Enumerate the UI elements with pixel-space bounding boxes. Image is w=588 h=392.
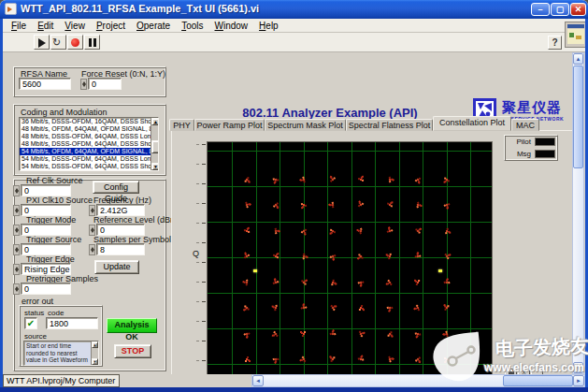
- force-reset-stepper[interactable]: [80, 79, 87, 90]
- y-axis-tick-label: [196, 223, 199, 224]
- listbox-scroll-down-icon[interactable]: ▼: [151, 163, 159, 170]
- constellation-cluster: [246, 358, 248, 360]
- stop-button[interactable]: STOP: [114, 344, 151, 358]
- menu-item-project[interactable]: Project: [91, 20, 131, 32]
- y-axis-tick: [202, 242, 206, 243]
- vertical-scroll-thumb[interactable]: [573, 65, 583, 168]
- trigger-edge-stepper[interactable]: [13, 264, 20, 275]
- menu-item-tools[interactable]: Tools: [176, 20, 208, 32]
- menu-item-edit[interactable]: Edit: [32, 20, 59, 32]
- scroll-left-icon[interactable]: ◄: [252, 375, 264, 386]
- error-source-scrollbar[interactable]: ▲ ▼: [91, 341, 98, 365]
- run-continuous-button[interactable]: ↻: [50, 35, 66, 50]
- list-item[interactable]: 48 Mbit/s, DSSS-OFDM, 64QAM, DSSS Long, …: [20, 133, 151, 140]
- y-axis-tick-label: [196, 183, 199, 184]
- tab-mac[interactable]: MAC: [511, 119, 539, 131]
- error-code-field[interactable]: 1800: [46, 317, 98, 329]
- trigger-source-stepper[interactable]: [13, 244, 20, 255]
- run-button[interactable]: [34, 35, 50, 50]
- abort-icon: [71, 38, 79, 47]
- abort-button[interactable]: [67, 35, 83, 50]
- config-guide-button[interactable]: Config Guide: [93, 181, 139, 194]
- force-reset-field[interactable]: 0: [88, 78, 122, 90]
- coding-modulation-listbox[interactable]: 36 Mbit/s, DSSS-OFDM, 16QAM, DSSS Short,…: [19, 117, 159, 171]
- tab-phy[interactable]: PHY: [169, 119, 194, 131]
- maximize-button[interactable]: ▢: [551, 3, 569, 16]
- constellation-cluster: [246, 281, 249, 283]
- window-border-bottom: [0, 387, 588, 392]
- constellation-cluster: [417, 230, 420, 233]
- title-bar[interactable]: WTT_API_802.11_RFSA Example_Txt UI (5661…: [0, 0, 588, 19]
- gridline-vertical: [470, 142, 471, 392]
- constellation-cluster: [274, 281, 277, 283]
- constellation-cluster: [274, 332, 277, 335]
- vertical-scrollbar[interactable]: ▲ ▼: [572, 52, 584, 374]
- close-button[interactable]: ✕: [570, 3, 586, 16]
- listbox-scrollbar[interactable]: ▲ ▼: [151, 118, 159, 170]
- toolbar: ↻ ?: [3, 33, 585, 52]
- scroll-right-icon[interactable]: ►: [573, 375, 584, 386]
- legend-pilot-swatch[interactable]: [535, 138, 555, 146]
- tab-spectrum-mask-plot[interactable]: Spectrum Mask Plot: [265, 119, 346, 131]
- constellation-cluster: [417, 358, 420, 361]
- gridline-vertical: [399, 142, 400, 392]
- constellation-cluster: [274, 307, 276, 309]
- constellation-cluster: [303, 333, 305, 335]
- window-border-left: [0, 19, 3, 388]
- update-button[interactable]: Update: [94, 260, 139, 274]
- front-panel: 802.11 Analyzer Example (API) 聚星仪器 VI SE…: [3, 52, 574, 374]
- list-item[interactable]: 36 Mbit/s, DSSS-OFDM, 16QAM, DSSS Short,…: [20, 118, 151, 125]
- constellation-cluster: [360, 307, 362, 309]
- y-axis-tick: [202, 223, 206, 224]
- ref-clk-source-stepper[interactable]: [13, 185, 20, 196]
- error-source-field[interactable]: Start or end time rounded to nearest val…: [23, 341, 99, 366]
- pause-icon: [89, 38, 92, 47]
- menu-item-operate[interactable]: Operate: [131, 20, 176, 32]
- menu-item-view[interactable]: View: [59, 20, 91, 32]
- list-item[interactable]: 48 Mbit/s, DSSS-OFDM, 64QAM, DSSS Short,…: [20, 140, 151, 148]
- constellation-cluster: [360, 332, 363, 335]
- pretrigger-samples-stepper[interactable]: [13, 283, 20, 295]
- constellation-cluster: [331, 179, 334, 181]
- scroll-down-icon[interactable]: ▼: [573, 362, 583, 373]
- tab-spectral-flatness-plot[interactable]: Spectral Flatness Plot: [346, 119, 433, 131]
- constellation-cluster: [246, 332, 249, 335]
- context-help-icon[interactable]: [565, 22, 587, 48]
- pause-button[interactable]: [84, 35, 100, 50]
- menu-item-window[interactable]: Window: [209, 20, 254, 32]
- list-item[interactable]: 54 Mbit/s, OFDM, 64QAM, OFDM SIGNAL, 802…: [20, 148, 151, 155]
- y-axis-label: Q: [193, 249, 199, 258]
- menu-item-file[interactable]: File: [6, 20, 32, 32]
- constellation-cluster: [246, 179, 248, 181]
- list-item[interactable]: 54 Mbit/s, DSSS-OFDM, 64QAM, DSSS Long, …: [20, 155, 151, 163]
- pxi-clk10-source-stepper[interactable]: [13, 205, 20, 216]
- execution-target[interactable]: WTT API.lvproj/My Computer: [3, 374, 120, 387]
- help-button[interactable]: ?: [548, 36, 562, 50]
- constellation-cluster: [331, 307, 334, 310]
- y-axis-tick-label: [196, 262, 199, 263]
- list-item[interactable]: 48 Mbit/s, OFDM, 64QAM, OFDM SIGNAL, 802…: [20, 125, 151, 133]
- pretrigger-samples-field[interactable]: 0: [21, 283, 71, 295]
- samples-per-symbol-field[interactable]: 8: [96, 243, 145, 255]
- samples-per-symbol-stepper[interactable]: [89, 244, 95, 255]
- constellation-cluster: [360, 230, 363, 233]
- listbox-scroll-up-icon[interactable]: ▲: [151, 118, 159, 125]
- analysis-ok-button[interactable]: Analysis OK: [107, 318, 157, 333]
- y-axis-tick: [202, 282, 206, 283]
- error-status-indicator: ✔: [24, 317, 37, 329]
- gridline-horizontal: [208, 222, 492, 223]
- minimize-button[interactable]: –: [531, 3, 550, 16]
- constellation-cluster: [332, 282, 334, 283]
- rfsa-name-field[interactable]: 5600: [19, 78, 71, 90]
- listbox-scroll-thumb[interactable]: [151, 140, 159, 153]
- horizontal-scroll-thumb[interactable]: [503, 375, 573, 386]
- list-item[interactable]: 54 Mbit/s, DSSS-OFDM, 64QAM, DSSS Short,…: [20, 163, 151, 170]
- menu-item-help[interactable]: Help: [253, 20, 284, 32]
- tab-constellation-plot[interactable]: Constellation Plot: [433, 116, 511, 131]
- legend-msg-swatch[interactable]: [535, 150, 555, 158]
- tab-power-ramp-plot[interactable]: Power Ramp Plot: [194, 119, 265, 131]
- horizontal-scrollbar[interactable]: ◄ ►: [251, 374, 585, 387]
- gridline-horizontal: [208, 328, 492, 329]
- trigger-mode-stepper[interactable]: [13, 225, 20, 236]
- scroll-up-icon[interactable]: ▲: [573, 53, 583, 65]
